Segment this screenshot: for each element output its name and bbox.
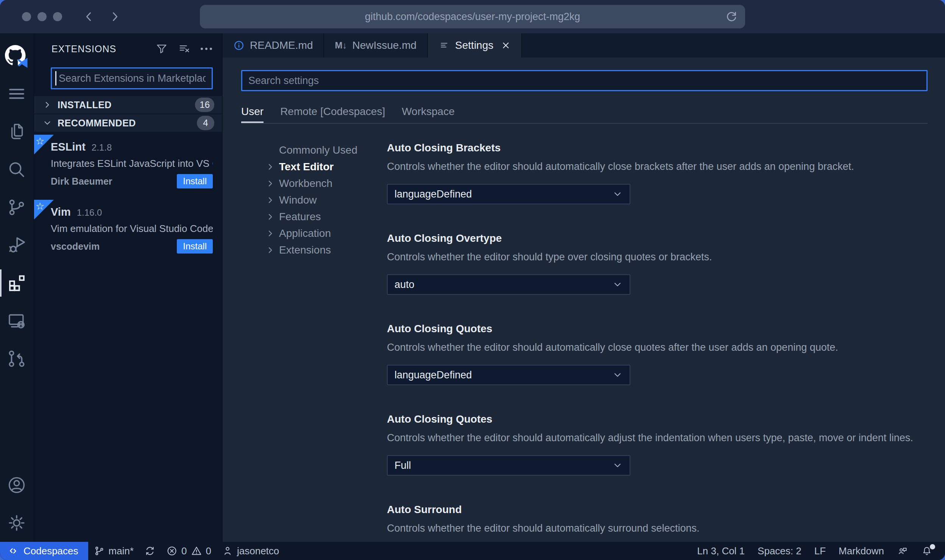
toc-label: Application — [279, 227, 331, 240]
run-debug-icon[interactable] — [0, 226, 34, 264]
tab-newissue[interactable]: M↓ NewIssue.md — [324, 33, 428, 58]
error-count: 0 — [181, 545, 187, 557]
info-icon — [233, 40, 245, 51]
chevron-down-icon — [612, 460, 623, 471]
browser-chrome: github.com/codespaces/user-my-project-mg… — [0, 0, 945, 33]
tab-label: Settings — [455, 39, 493, 51]
address-bar[interactable]: github.com/codespaces/user-my-project-mg… — [200, 5, 745, 28]
window-controls[interactable] — [22, 12, 62, 21]
dropdown-value: languageDefined — [395, 369, 612, 381]
chevron-right-icon — [265, 212, 275, 222]
recommended-ribbon: ☆ — [34, 200, 54, 219]
forward-icon[interactable] — [108, 10, 121, 23]
extension-publisher: Dirk Baeumer — [51, 176, 177, 187]
sidebar-title: EXTENSIONS — [51, 44, 155, 54]
tab-readme[interactable]: README.md — [223, 33, 324, 58]
extension-publisher: vscodevim — [51, 241, 177, 252]
extension-list-item[interactable]: ☆ ESLint 2.1.8 Integrates ESLint JavaScr… — [34, 132, 222, 198]
user-indicator[interactable]: jasonetco — [217, 542, 284, 560]
toc-label: Extensions — [279, 244, 331, 256]
toc-label: Window — [279, 194, 317, 206]
toc-label: Commonly Used — [279, 144, 357, 156]
tab-settings[interactable]: Settings — [428, 33, 522, 58]
toc-workbench[interactable]: Workbench — [265, 175, 387, 192]
toc-extensions[interactable]: Extensions — [265, 242, 387, 258]
more-actions-icon[interactable] — [201, 42, 212, 55]
install-button[interactable]: Install — [177, 174, 213, 188]
cursor-position[interactable]: Ln 3, Col 1 — [691, 542, 751, 560]
setting-entry: Auto Closing Quotes Controls whether the… — [387, 323, 928, 385]
extension-description: Vim emulation for Visual Studio Code... — [51, 223, 213, 235]
problems-indicator[interactable]: 0 0 — [161, 542, 217, 560]
toc-label: Features — [279, 211, 321, 223]
explorer-icon[interactable] — [0, 113, 34, 151]
setting-dropdown[interactable]: auto — [387, 274, 630, 295]
extension-version: 2.1.8 — [92, 142, 112, 153]
setting-dropdown[interactable]: languageDefined — [387, 365, 630, 385]
setting-entry: Auto Surround Controls whether the edito… — [387, 504, 928, 542]
settings-search-input[interactable] — [241, 70, 928, 91]
eol-indicator[interactable]: LF — [808, 542, 832, 560]
setting-description: Controls whether the editor should autom… — [387, 523, 928, 534]
indentation-indicator[interactable]: Spaces: 2 — [751, 542, 808, 560]
search-icon[interactable] — [0, 151, 34, 188]
extensions-sidebar: EXTENSIONS INSTALLED 16 RECOMMENDED 4 — [34, 33, 223, 542]
star-icon: ☆ — [36, 201, 44, 212]
recommended-ribbon: ☆ — [34, 135, 54, 154]
extensions-icon[interactable] — [0, 264, 34, 302]
scope-tab-user[interactable]: User — [241, 106, 264, 123]
toc-label: Text Editor — [279, 161, 334, 173]
toc-commonly-used[interactable]: Commonly Used — [265, 142, 387, 159]
sync-indicator[interactable] — [139, 542, 161, 560]
toc-features[interactable]: Features — [265, 208, 387, 225]
branch-indicator[interactable]: main* — [88, 542, 139, 560]
extensions-search-input[interactable] — [51, 67, 213, 89]
minimize-window-button[interactable] — [37, 12, 47, 21]
language-mode[interactable]: Markdown — [832, 542, 890, 560]
section-recommended[interactable]: RECOMMENDED 4 — [34, 114, 222, 132]
chevron-right-icon — [265, 245, 275, 255]
user-label: jasonetco — [237, 545, 279, 557]
setting-description: Controls whether the editor should autom… — [387, 342, 928, 353]
toc-application[interactable]: Application — [265, 225, 387, 242]
setting-dropdown[interactable]: Full — [387, 455, 630, 476]
codespaces-remote-indicator[interactable]: Codespaces — [0, 542, 88, 560]
close-window-button[interactable] — [22, 12, 31, 21]
settings-toc: Commonly Used Text Editor Workbench — [241, 142, 387, 542]
setting-description: Controls whether the editor should autom… — [387, 161, 928, 173]
installed-count-badge: 16 — [195, 98, 214, 112]
toc-text-editor[interactable]: Text Editor — [265, 159, 387, 175]
maximize-window-button[interactable] — [53, 12, 62, 21]
section-installed[interactable]: INSTALLED 16 — [34, 96, 222, 114]
section-label: INSTALLED — [58, 100, 190, 110]
toc-window[interactable]: Window — [265, 192, 387, 208]
manage-gear-icon[interactable] — [0, 504, 34, 542]
feedback-indicator[interactable] — [890, 542, 915, 560]
dropdown-value: languageDefined — [395, 188, 612, 200]
star-icon: ☆ — [36, 135, 44, 147]
clear-extension-search-icon[interactable] — [178, 42, 191, 55]
chevron-right-icon — [265, 162, 275, 172]
source-control-icon[interactable] — [0, 188, 34, 226]
setting-dropdown[interactable]: languageDefined — [387, 184, 630, 204]
extension-list-item[interactable]: ☆ Vim 1.16.0 Vim emulation for Visual St… — [34, 198, 222, 263]
setting-entry: Auto Closing Brackets Controls whether t… — [387, 142, 928, 204]
close-icon[interactable] — [501, 40, 511, 50]
chevron-down-icon — [42, 118, 52, 128]
menu-icon[interactable] — [0, 75, 34, 113]
filter-icon[interactable] — [155, 42, 168, 55]
back-icon[interactable] — [83, 10, 95, 23]
settings-list-icon — [438, 40, 450, 51]
account-icon[interactable] — [0, 466, 34, 504]
scope-tab-remote[interactable]: Remote [Codespaces] — [280, 106, 385, 123]
remote-explorer-icon[interactable] — [0, 302, 34, 340]
reload-icon[interactable] — [725, 10, 738, 23]
scope-tab-workspace[interactable]: Workspace — [402, 106, 455, 123]
setting-title: Auto Closing Overtype — [387, 232, 928, 244]
settings-list: Auto Closing Brackets Controls whether t… — [387, 142, 928, 542]
github-pull-requests-icon[interactable] — [0, 340, 34, 378]
github-codespaces-logo — [0, 39, 34, 75]
notifications-indicator[interactable] — [915, 542, 939, 560]
chevron-right-icon — [265, 195, 275, 205]
install-button[interactable]: Install — [177, 239, 213, 254]
